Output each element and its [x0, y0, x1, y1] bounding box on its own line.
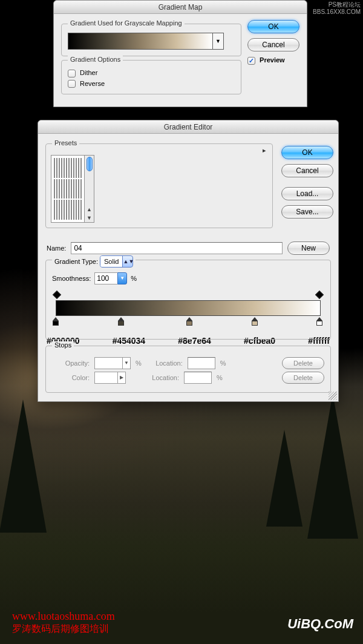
- preset-swatch[interactable]: [78, 179, 79, 199]
- gradient-map-titlebar[interactable]: Gradient Map: [54, 1, 307, 14]
- presets-scrollbar[interactable]: ▲ ▼: [85, 155, 94, 223]
- gradient-editor-titlebar[interactable]: Gradient Editor: [38, 120, 338, 134]
- preset-swatch[interactable]: [56, 158, 57, 178]
- gradient-type-group: Gradient Type: Solid ▲▼ Smoothness: ▼ %: [45, 260, 331, 340]
- preset-swatch[interactable]: [80, 200, 82, 220]
- color-swatch-picker: ▶: [94, 372, 126, 384]
- scroll-up-icon[interactable]: ▲: [85, 205, 94, 214]
- preset-swatch[interactable]: [59, 179, 60, 199]
- preset-swatch[interactable]: [64, 179, 65, 199]
- preset-swatch[interactable]: [54, 158, 55, 178]
- preset-swatch[interactable]: [71, 158, 72, 178]
- color-stop[interactable]: [117, 317, 125, 326]
- load-button[interactable]: Load...: [281, 187, 333, 200]
- preset-swatch[interactable]: [56, 179, 57, 199]
- reverse-checkbox[interactable]: [68, 80, 76, 88]
- preset-swatch[interactable]: [56, 200, 57, 220]
- preset-swatch[interactable]: [66, 179, 67, 199]
- preset-swatch[interactable]: [73, 158, 74, 178]
- preset-swatch[interactable]: [78, 158, 79, 178]
- percent-label: %: [217, 374, 223, 381]
- tree-silhouette: [307, 393, 358, 539]
- gradient-editor-dialog: Gradient Editor Presets ▸ ▲ ▼: [38, 120, 339, 402]
- percent-label: %: [220, 360, 226, 367]
- gradient-type-value: Solid: [100, 256, 123, 267]
- smoothness-input[interactable]: ▼: [94, 272, 127, 284]
- delete-opacity-stop-button: Delete: [282, 357, 324, 369]
- preset-swatch[interactable]: [54, 200, 55, 220]
- gradient-bar[interactable]: [56, 300, 321, 316]
- preset-swatch[interactable]: [64, 200, 65, 220]
- resize-grip-icon[interactable]: [329, 392, 337, 400]
- watermark-bottom-left: www.luotaoshuma.com 罗涛数码后期修图培训: [12, 610, 115, 636]
- preset-swatch[interactable]: [59, 200, 60, 220]
- preset-swatch[interactable]: [68, 179, 70, 199]
- ok-button[interactable]: OK: [247, 20, 299, 33]
- gradient-preview[interactable]: [68, 33, 213, 50]
- preset-swatch[interactable]: [64, 158, 65, 178]
- color-label: Color:: [54, 374, 90, 381]
- preset-swatch[interactable]: [61, 200, 62, 220]
- ok-button[interactable]: OK: [281, 146, 333, 159]
- preset-swatch[interactable]: [71, 179, 72, 199]
- chevron-right-icon: ▶: [117, 372, 126, 384]
- color-stop[interactable]: [52, 317, 59, 326]
- cancel-button[interactable]: Cancel: [281, 164, 333, 177]
- preset-swatch[interactable]: [59, 158, 60, 178]
- chevron-down-icon[interactable]: ▼: [117, 272, 127, 284]
- gradient-bar-editor[interactable]: [52, 292, 324, 334]
- preset-swatch[interactable]: [68, 200, 70, 220]
- preset-swatch[interactable]: [73, 179, 74, 199]
- opacity-input: ▼: [94, 357, 131, 369]
- preview-checkbox[interactable]: [247, 57, 255, 65]
- preset-swatch[interactable]: [76, 158, 77, 178]
- preset-swatch[interactable]: [73, 200, 74, 220]
- preset-swatch[interactable]: [68, 158, 70, 178]
- save-button[interactable]: Save...: [281, 205, 333, 218]
- opacity-stop[interactable]: [53, 292, 60, 298]
- watermark-bottom-right: UiBQ.CoM: [287, 616, 353, 632]
- chevron-down-icon: ▼: [122, 357, 131, 369]
- percent-label: %: [136, 360, 142, 367]
- name-input[interactable]: [71, 242, 283, 254]
- presets-flyout-icon[interactable]: ▸: [260, 146, 269, 155]
- preset-swatch[interactable]: [54, 179, 55, 199]
- preset-swatch[interactable]: [80, 179, 82, 199]
- preset-swatch[interactable]: [61, 179, 62, 199]
- preset-swatch[interactable]: [66, 200, 67, 220]
- scroll-down-icon[interactable]: ▼: [85, 214, 94, 222]
- preview-label: Preview: [260, 56, 285, 64]
- scrollbar-thumb[interactable]: [87, 157, 93, 171]
- preset-swatch[interactable]: [61, 158, 62, 178]
- opacity-label: Opacity:: [54, 360, 90, 367]
- color-stop[interactable]: [186, 317, 193, 326]
- presets-grid[interactable]: [51, 155, 85, 223]
- opacity-stop[interactable]: [316, 292, 323, 298]
- dither-checkbox[interactable]: [68, 70, 76, 77]
- location-label: Location:: [146, 360, 183, 367]
- gradient-type-dropdown[interactable]: Solid ▲▼: [100, 255, 133, 268]
- opacity-location-input: [188, 357, 215, 369]
- preset-swatch[interactable]: [76, 179, 77, 199]
- preset-swatch[interactable]: [78, 200, 79, 220]
- preset-swatch[interactable]: [76, 200, 77, 220]
- grayscale-mapping-group: Gradient Used for Grayscale Mapping ▼: [61, 24, 241, 56]
- location-label: Location:: [143, 374, 179, 381]
- new-button[interactable]: New: [287, 242, 330, 255]
- cancel-button[interactable]: Cancel: [247, 38, 299, 51]
- preset-swatch[interactable]: [66, 158, 67, 178]
- dither-label: Dither: [80, 69, 97, 76]
- preset-swatch[interactable]: [71, 200, 72, 220]
- preset-swatch[interactable]: [80, 158, 82, 178]
- color-location-input: [184, 372, 212, 384]
- gradient-type-label: Gradient Type:: [54, 258, 98, 265]
- gradient-dropdown-arrow[interactable]: ▼: [213, 33, 224, 50]
- color-stop[interactable]: [251, 317, 258, 326]
- watermark-top-right: PS教程论坛 BBS.16XX8.COM: [313, 1, 361, 16]
- tree-silhouette: [0, 399, 47, 533]
- gradient-options-legend: Gradient Options: [68, 56, 123, 63]
- chevron-updown-icon: ▲▼: [123, 258, 132, 264]
- smoothness-label: Smoothness:: [52, 275, 91, 282]
- color-stop[interactable]: [316, 317, 323, 326]
- smoothness-field[interactable]: [94, 272, 117, 284]
